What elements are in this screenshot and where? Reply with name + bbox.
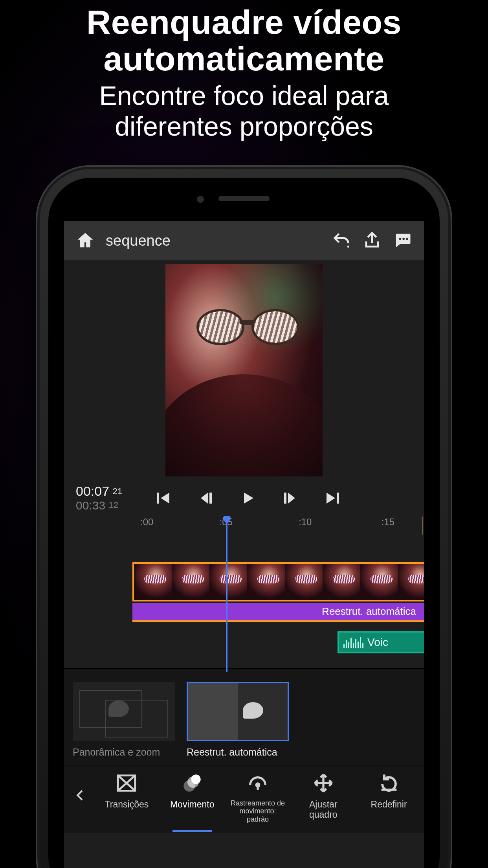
frame-forward-icon[interactable] [281,489,300,508]
transitions-icon [115,772,138,794]
promo-sub-l2: diferentes proporções [115,111,373,141]
audio-clip[interactable]: Voic [338,631,424,653]
ruler-tick: :10 [299,517,312,528]
ruler-tick: :15 [382,517,394,528]
timecode-current: 00:07 [76,484,109,498]
timeline[interactable]: Reestrut. automática Voic [64,535,424,668]
svg-rect-5 [209,493,212,504]
skip-end-icon[interactable] [323,489,342,508]
phone-camera [197,196,204,203]
clip-edge-marker [422,517,423,536]
timecode-current-frames: 21 [113,486,122,496]
motion-options: Panorâmica e zoom Reestrut. automática [64,668,424,765]
project-title: sequence [106,232,171,249]
app-bar: sequence [64,221,424,260]
promo-text: Reenquadre vídeos automaticamente Encont… [0,0,488,142]
app-screen: sequence [64,221,424,868]
timecode-total-frames: 12 [109,500,118,510]
ruler-tick: :00 [140,517,153,528]
video-clip[interactable] [132,562,424,601]
play-icon[interactable] [238,489,257,508]
bottom-toolbar: Transições Movimento Rastreamento demovi… [64,765,424,833]
waveform-icon [343,637,363,648]
comment-icon[interactable] [393,230,413,251]
back-button[interactable] [66,772,94,819]
effect-bar[interactable]: Reestrut. automática [132,603,424,622]
fit-frame-icon [312,772,335,794]
skip-start-icon[interactable] [154,489,172,508]
time-ruler[interactable]: :00 :05 :10 :15 [64,515,424,535]
tool-motion-tracking[interactable]: Rastreamento demovimento:padrão [225,772,291,824]
video-preview-area [64,260,424,480]
playhead[interactable] [226,517,227,672]
svg-point-0 [347,246,349,248]
timecodes: 00:07 21 00:33 12 [76,484,122,513]
share-icon[interactable] [362,230,382,251]
phone-frame: sequence [36,165,452,868]
svg-point-1 [399,238,402,240]
tool-transitions[interactable]: Transições [94,772,160,824]
timecode-total: 00:33 [76,499,105,512]
promo-sub-l1: Encontre foco ideal para [99,81,389,110]
motion-icon [181,772,204,794]
svg-point-3 [406,238,408,240]
promo-title: Reenquadre vídeos automaticamente [0,4,488,77]
home-icon[interactable] [75,230,95,251]
reset-icon [378,772,400,794]
tool-fit-frame[interactable]: Ajustarquadro [290,772,356,824]
tool-label: Rastreamento demovimento:padrão [231,799,285,824]
svg-rect-6 [284,493,286,504]
option-label: Reestrut. automática [187,747,289,758]
promo-subtitle: Encontre foco ideal para diferentes prop… [0,80,488,142]
undo-icon[interactable] [331,230,352,251]
tool-label: Redefinir [371,799,407,809]
option-pan-zoom[interactable]: Panorâmica e zoom [73,682,175,758]
phone-speaker [218,196,270,201]
svg-rect-4 [157,493,159,504]
tool-label: Transições [105,799,149,809]
tracking-icon [246,772,269,794]
frame-back-icon[interactable] [196,489,215,508]
audio-clip-label: Voic [367,636,388,649]
option-label: Panorâmica e zoom [73,747,175,758]
video-preview[interactable] [165,264,323,476]
tool-reset[interactable]: Redefinir [356,772,422,824]
tool-label: Movimento [170,799,214,809]
option-auto-reframe[interactable]: Reestrut. automática [187,682,289,758]
tool-label: Ajustarquadro [309,799,338,820]
tool-motion[interactable]: Movimento [160,772,225,824]
svg-rect-7 [337,493,339,504]
svg-point-10 [191,774,201,784]
effect-bar-label: Reestrut. automática [322,605,416,618]
promo-title-l1: Reenquadre vídeos [86,3,402,41]
transport-bar: 00:07 21 00:33 12 [64,480,424,515]
svg-point-2 [402,238,405,240]
promo-title-l2: automaticamente [104,40,385,77]
